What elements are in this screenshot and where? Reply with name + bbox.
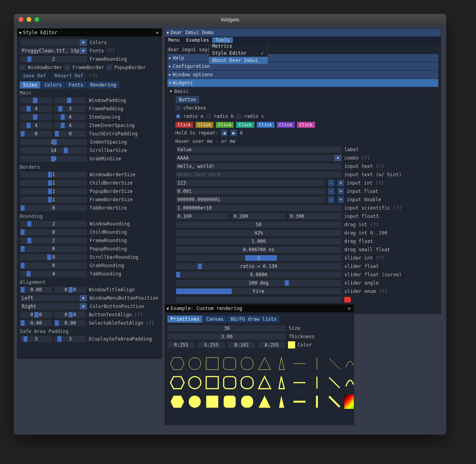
sizes-tab[interactable]: Sizes: [20, 81, 40, 89]
collapse-icon[interactable]: ▼: [167, 31, 169, 35]
primitives-tab[interactable]: Primitives: [167, 316, 202, 323]
button-text-align-x[interactable]: 0.50: [20, 311, 52, 318]
config-header[interactable]: ▶Configuration: [167, 62, 438, 70]
menu-button-position-combo[interactable]: Left▼: [20, 295, 87, 302]
fonts-combo[interactable]: ProggyClean.ttf, 13px▼: [20, 47, 87, 54]
safe-padding-x[interactable]: 3: [20, 335, 52, 343]
slider[interactable]: 1: [20, 179, 87, 187]
revert-ref-button[interactable]: Revert Ref: [52, 72, 86, 79]
frame-rounding-slider[interactable]: 2: [20, 56, 87, 63]
input-float3-z[interactable]: 0.300: [288, 213, 342, 220]
drag-int-widget[interactable]: 50: [175, 221, 342, 228]
slider[interactable]: 9: [20, 254, 87, 261]
radio-b[interactable]: [206, 114, 211, 119]
slider[interactable]: 8: [54, 97, 86, 104]
help-icon[interactable]: (?): [134, 312, 143, 318]
slider[interactable]: 0: [54, 130, 86, 137]
repeat-left-button[interactable]: ◀: [221, 129, 228, 137]
color-swatch[interactable]: [344, 297, 351, 302]
slider[interactable]: 4: [20, 122, 52, 129]
combo-widget[interactable]: AAAA▼: [175, 154, 342, 162]
drag-int-range-widget[interactable]: 42%: [175, 229, 342, 237]
slider[interactable]: 1: [20, 188, 87, 195]
input-int-widget[interactable]: 123: [175, 179, 325, 187]
input-text-hint-widget[interactable]: enter text here: [175, 171, 342, 178]
window-border-checkbox[interactable]: ✓: [20, 65, 25, 70]
bgfg-tab[interactable]: BG/FG draw lists: [228, 316, 280, 323]
minus-button[interactable]: -: [328, 188, 335, 195]
slider-curve-widget[interactable]: 0.0000: [175, 271, 342, 278]
plus-button[interactable]: +: [337, 188, 344, 195]
slider[interactable]: 2: [20, 220, 87, 227]
slider[interactable]: 21: [20, 139, 87, 146]
slider[interactable]: 1: [20, 196, 87, 203]
color-swatch[interactable]: [288, 341, 295, 348]
size-slider[interactable]: 36: [167, 325, 286, 332]
menu-about[interactable]: About Dear ImGui: [209, 57, 268, 64]
slider[interactable]: 10: [20, 155, 87, 162]
selectable-text-align-x[interactable]: 0.00: [20, 320, 52, 327]
slider[interactable]: 4: [54, 122, 86, 129]
slider[interactable]: 2: [20, 237, 87, 244]
minus-button[interactable]: -: [328, 196, 335, 203]
window-title-align-y[interactable]: 0.50: [54, 286, 86, 293]
demo-titlebar[interactable]: ▼ Dear ImGui Demo: [165, 29, 441, 37]
safe-padding-y[interactable]: 3: [54, 335, 86, 343]
help-icon[interactable]: (?): [146, 320, 154, 326]
color-a[interactable]: A:255: [258, 341, 286, 348]
collapse-icon[interactable]: ▼: [167, 306, 169, 311]
click-button[interactable]: Click: [175, 122, 193, 128]
slider[interactable]: 4: [20, 105, 52, 112]
click-button[interactable]: Click: [257, 122, 274, 128]
input-float3-y[interactable]: 0.200: [232, 213, 286, 220]
collapse-icon[interactable]: ▼: [19, 31, 21, 35]
help-icon[interactable]: (?): [106, 48, 115, 54]
slider-angle-widget[interactable]: 100 deg: [175, 279, 342, 287]
slider[interactable]: 8: [20, 97, 52, 104]
window-title-align-x[interactable]: 0.00: [20, 286, 52, 293]
color-g[interactable]: G:255: [198, 341, 225, 348]
canvas-tab[interactable]: Canvas: [203, 316, 226, 323]
close-icon[interactable]: ✕: [154, 30, 160, 35]
color-b[interactable]: B:102: [228, 341, 255, 348]
input-sci-widget[interactable]: 1.000000e+10: [175, 204, 342, 212]
slider-int-widget[interactable]: 1: [175, 254, 342, 262]
checkbox-widget[interactable]: ✓: [175, 105, 181, 111]
close-icon[interactable]: ✕: [346, 306, 352, 311]
menu-metrics[interactable]: Metrics: [209, 44, 268, 50]
input-float-widget[interactable]: 0.001: [175, 188, 325, 195]
slider[interactable]: 0: [20, 204, 87, 212]
arrow-down-icon[interactable]: ▼: [170, 89, 172, 93]
plus-button[interactable]: +: [337, 179, 344, 187]
color-widget[interactable]: [175, 296, 342, 303]
colors-combo[interactable]: ▼: [20, 39, 87, 46]
radio-c[interactable]: [236, 114, 242, 119]
input-text-widget[interactable]: Hello, world!: [175, 163, 342, 170]
colors-tab[interactable]: Colors: [41, 81, 65, 89]
slider[interactable]: 0: [20, 262, 87, 269]
input-double-widget[interactable]: 999999.00000001: [175, 196, 325, 203]
click-button[interactable]: Click: [196, 122, 213, 128]
slider[interactable]: 4: [20, 270, 87, 277]
slider-float-widget[interactable]: ratio = 0.139: [175, 263, 342, 270]
menu-style-editor[interactable]: Style Editor✓: [209, 50, 268, 57]
slider[interactable]: 8: [20, 114, 52, 121]
rendering-tab[interactable]: Rendering: [87, 81, 119, 89]
help-icon[interactable]: (?): [89, 73, 98, 79]
click-button[interactable]: Click: [277, 122, 295, 128]
help-header[interactable]: ▶Help: [167, 54, 438, 62]
plus-button[interactable]: +: [337, 196, 344, 203]
popup-border-checkbox[interactable]: ✓: [106, 65, 112, 70]
minus-button[interactable]: -: [328, 179, 335, 187]
button-text-align-y[interactable]: 0.50: [54, 311, 86, 318]
fonts-tab[interactable]: Fonts: [65, 81, 86, 89]
slider-enum-widget[interactable]: Fire: [175, 288, 342, 295]
drag-float-widget[interactable]: 1.000: [175, 238, 342, 245]
menu-examples[interactable]: Examples: [183, 37, 212, 43]
radio-a[interactable]: [175, 114, 181, 119]
drag-small-float-widget[interactable]: 0.006700 ns: [175, 246, 342, 253]
color-button-position-combo[interactable]: Right▼: [20, 303, 87, 310]
thickness-slider[interactable]: 3.00: [167, 333, 286, 340]
color-r[interactable]: R:255: [167, 341, 195, 348]
save-ref-button[interactable]: Save Ref: [20, 72, 49, 79]
